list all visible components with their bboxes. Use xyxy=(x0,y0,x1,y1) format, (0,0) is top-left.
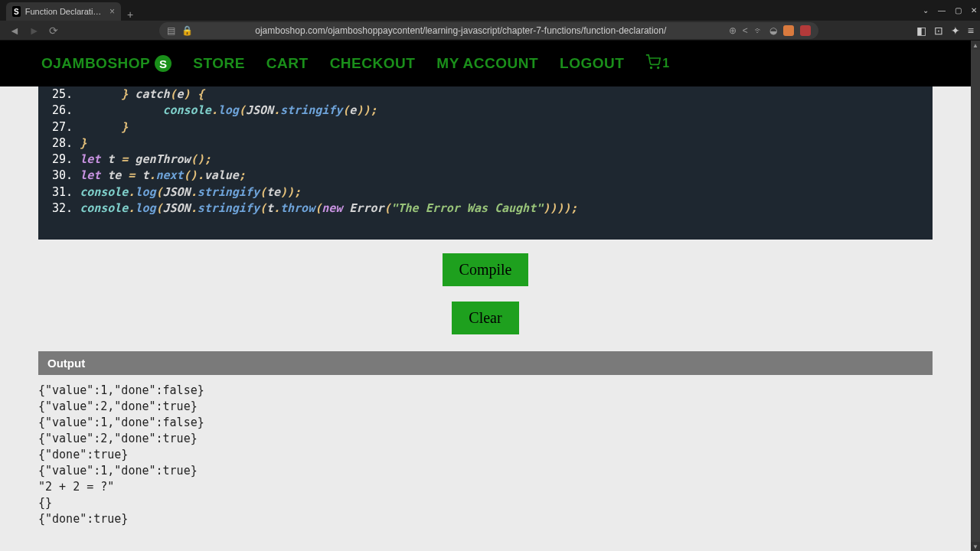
code-line: 29. let t = genThrow(); xyxy=(52,152,919,168)
output-line: {"value":1,"done":false} xyxy=(38,383,933,399)
output-line: {"done":true} xyxy=(38,511,933,527)
url-text: ojamboshop.com/ojamboshoppaycontent/lear… xyxy=(199,25,723,36)
compile-button[interactable]: Compile xyxy=(443,253,529,286)
output-line: "2 + 2 = ?" xyxy=(38,479,933,495)
shield-icon[interactable]: ◒ xyxy=(769,25,777,36)
output-body: {"value":1,"done":false}{"value":2,"done… xyxy=(38,375,933,527)
shopping-cart-icon xyxy=(645,54,661,73)
site-info-icon[interactable]: 🔒 xyxy=(181,25,193,36)
logo-badge-icon: S xyxy=(155,55,172,72)
page-scrollbar[interactable]: ▲ ▼ xyxy=(971,41,980,551)
output-line: {"value":1,"done":false} xyxy=(38,415,933,431)
extension-badge-2[interactable] xyxy=(800,25,811,36)
clear-button[interactable]: Clear xyxy=(452,302,518,334)
svg-point-0 xyxy=(651,67,652,69)
reload-button[interactable]: ⟳ xyxy=(46,23,61,38)
code-line: 28. } xyxy=(52,135,919,152)
svg-point-1 xyxy=(658,67,659,69)
reader-icon[interactable]: ▤ xyxy=(167,25,175,36)
code-line: 30. let te = t.next().value; xyxy=(52,168,919,184)
nav-my-account[interactable]: MY ACCOUNT xyxy=(436,55,538,72)
chevron-down-icon[interactable]: ⌄ xyxy=(923,6,929,15)
tab-favicon-icon: S xyxy=(12,6,21,17)
forward-button[interactable]: ► xyxy=(26,23,43,38)
output-section: Output {"value":1,"done":false}{"value":… xyxy=(38,351,933,527)
code-line: 25. } catch(e) { xyxy=(52,86,919,103)
tab-title: Function Declaration - Ojam xyxy=(25,7,105,16)
browser-tab[interactable]: S Function Declaration - Ojam × xyxy=(6,2,121,21)
site-logo[interactable]: OJAMBOSHOP S xyxy=(41,55,172,72)
output-line: {"done":true} xyxy=(38,447,933,463)
address-bar[interactable]: ▤ 🔒 ojamboshop.com/ojamboshoppaycontent/… xyxy=(159,22,818,39)
toolbar-right: ◧ ⊡ ✦ ≡ xyxy=(916,24,974,37)
page-body: 25. } catch(e) {26. console.log(JSON.str… xyxy=(0,86,971,527)
rss-icon[interactable]: ᯤ xyxy=(754,25,763,36)
output-line: {"value":2,"done":true} xyxy=(38,431,933,447)
code-line: 31. console.log(JSON.stringify(te)); xyxy=(52,184,919,201)
output-line: {"value":2,"done":true} xyxy=(38,399,933,415)
scroll-down-icon[interactable]: ▼ xyxy=(971,542,980,551)
tab-strip: S Function Declaration - Ojam × + xyxy=(3,0,139,21)
back-button[interactable]: ◄ xyxy=(6,23,23,38)
button-area: Compile Clear xyxy=(38,240,933,351)
nav-store[interactable]: STORE xyxy=(193,55,245,72)
sidebar-icon[interactable]: ◧ xyxy=(916,24,926,37)
browser-titlebar: S Function Declaration - Ojam × + ⌄ — ▢ … xyxy=(0,0,980,21)
minimize-icon[interactable]: — xyxy=(938,6,946,15)
new-tab-button[interactable]: + xyxy=(121,8,139,21)
nav-checkout[interactable]: CHECKOUT xyxy=(330,55,416,72)
scroll-up-icon[interactable]: ▲ xyxy=(971,41,980,50)
close-icon[interactable]: ✕ xyxy=(971,6,977,15)
window-controls: ⌄ — ▢ ✕ xyxy=(923,6,977,15)
tab-close-icon[interactable]: × xyxy=(109,6,115,17)
share-icon[interactable]: < xyxy=(743,25,748,36)
cart-badge[interactable]: 1 xyxy=(645,54,669,73)
output-line: {} xyxy=(38,495,933,511)
cart-count: 1 xyxy=(662,57,669,70)
menu-icon[interactable]: ≡ xyxy=(968,24,974,37)
site-header: OJAMBOSHOP S STORE CART CHECKOUT MY ACCO… xyxy=(0,41,980,86)
zoom-icon[interactable]: ⊕ xyxy=(729,25,737,36)
logo-text: OJAMBOSHOP xyxy=(41,55,150,72)
nav-buttons: ◄ ► ⟳ xyxy=(6,23,61,38)
sparkle-icon[interactable]: ✦ xyxy=(951,24,960,37)
nav-cart[interactable]: CART xyxy=(266,55,309,72)
nav-logout[interactable]: LOGOUT xyxy=(560,55,624,72)
output-header: Output xyxy=(38,351,933,375)
code-line: 27. } xyxy=(52,119,919,135)
browser-toolbar: ◄ ► ⟳ ▤ 🔒 ojamboshop.com/ojamboshoppayco… xyxy=(0,21,980,41)
code-line: 26. console.log(JSON.stringify(e)); xyxy=(52,103,919,119)
code-block: 25. } catch(e) {26. console.log(JSON.str… xyxy=(38,86,933,240)
code-line: 32. console.log(JSON.stringify(t.throw(n… xyxy=(52,201,919,217)
output-line: {"value":1,"done":true} xyxy=(38,463,933,479)
maximize-icon[interactable]: ▢ xyxy=(955,6,962,15)
extension-badge-1[interactable] xyxy=(783,25,794,36)
content-area: ▲ ▼ OJAMBOSHOP S STORE CART CHECKOUT MY … xyxy=(0,41,980,551)
downloads-icon[interactable]: ⊡ xyxy=(934,24,943,37)
